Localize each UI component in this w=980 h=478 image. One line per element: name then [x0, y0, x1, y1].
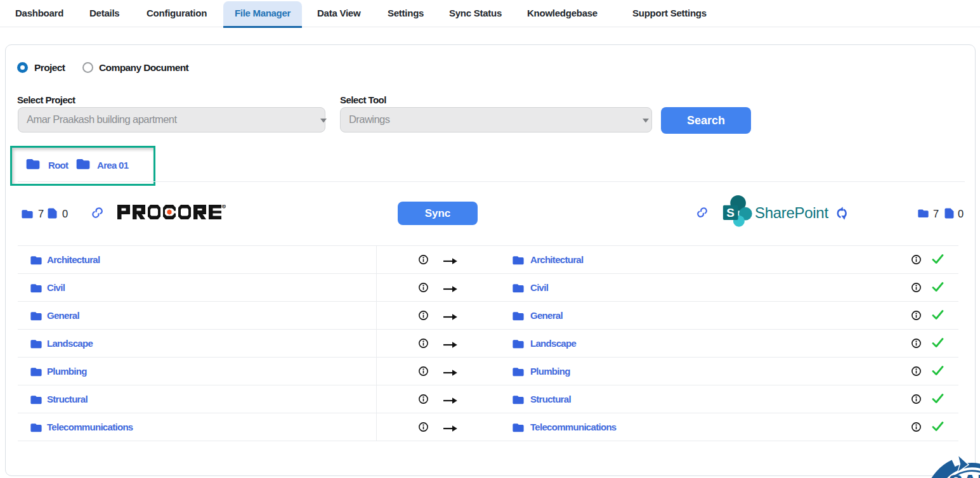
svg-text:S: S	[726, 206, 735, 219]
svg-text:R: R	[223, 205, 225, 208]
svg-text:SAIF: SAIF	[948, 470, 980, 478]
